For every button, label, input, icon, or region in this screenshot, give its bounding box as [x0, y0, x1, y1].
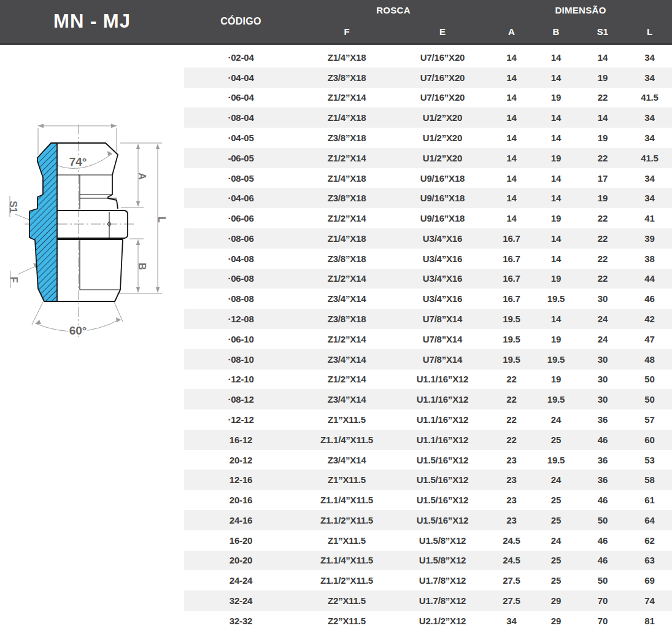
- cell-dim-l: 42: [627, 314, 672, 324]
- cell-rosca-f: Z1/2”X14: [298, 153, 396, 163]
- hatched-section: [29, 143, 57, 301]
- label-dim-s1: S1: [8, 201, 18, 213]
- cell-dim-b: 19.5: [534, 293, 578, 304]
- table-row: ·08-12 Z3/4”X14 U1.1/16”X12 22 19.5 30 5…: [184, 389, 672, 409]
- cell-dim-s1: 70: [578, 616, 627, 626]
- cell-dim-a: 23: [489, 495, 534, 505]
- cell-rosca-e: U9/16”X18: [396, 193, 489, 203]
- cell-dim-b: 29: [534, 595, 578, 606]
- table-row: ·02-04 Z1/4”X18 U7/16”X20 14 14 14 34: [184, 47, 672, 68]
- cell-dim-s1: 14: [578, 52, 627, 63]
- cell-rosca-f: Z3/8”X18: [298, 72, 396, 83]
- label-74-degrees: 74°: [69, 155, 87, 168]
- cell-dim-s1: 24: [578, 334, 627, 344]
- cell-rosca-f: Z3/8”X18: [298, 254, 396, 264]
- cell-dim-s1: 22: [578, 153, 627, 163]
- cell-dim-l: 53: [627, 455, 672, 465]
- cell-codigo: ·04-06: [184, 193, 298, 203]
- cell-dim-a: 23: [489, 515, 534, 525]
- cell-codigo: 20-12: [184, 455, 298, 465]
- cell-rosca-f: Z2”X11.5: [298, 616, 396, 626]
- column-header-e: E: [396, 20, 489, 43]
- column-group-rosca: ROSCA F E: [298, 0, 489, 43]
- cell-rosca-e: U3/4”X16: [396, 233, 489, 244]
- cell-rosca-e: U1.1/16”X12: [396, 374, 489, 384]
- table-row: ·04-06 Z3/8”X18 U9/16”X18 14 14 19 34: [184, 188, 672, 208]
- column-group-dimensao-label: DIMENSÃO: [489, 0, 672, 20]
- cell-rosca-f: Z1/2”X14: [298, 374, 396, 384]
- label-dim-b: B: [137, 263, 147, 270]
- cell-dim-l: 34: [627, 173, 672, 184]
- cell-rosca-f: Z1/4”X18: [298, 112, 396, 123]
- column-header-l: L: [627, 20, 672, 43]
- cell-rosca-f: Z1/2”X14: [298, 213, 396, 223]
- cell-codigo: ·08-05: [184, 173, 298, 184]
- cell-dim-l: 60: [627, 435, 672, 445]
- table-row: 24-16 Z1.1/2”X11.5 U1.5/16”X12 23 25 50 …: [184, 510, 672, 530]
- label-60-degrees: 60°: [69, 324, 87, 337]
- cell-dim-s1: 19: [578, 133, 627, 143]
- cell-dim-a: 27.5: [489, 595, 534, 606]
- table-row: 20-16 Z1.1/4”X11.5 U1.5/16”X12 23 25 46 …: [184, 490, 672, 510]
- cell-rosca-e: U7/16”X20: [396, 92, 489, 103]
- cell-dim-a: 14: [489, 213, 534, 223]
- cell-rosca-f: Z1/2”X14: [298, 92, 396, 103]
- cell-dim-b: 14: [534, 112, 578, 123]
- cell-dim-s1: 22: [578, 92, 627, 103]
- cell-dim-b: 25: [534, 515, 578, 525]
- cell-dim-a: 19.5: [489, 334, 534, 344]
- cell-dim-b: 29: [534, 616, 578, 626]
- table-row: ·08-06 Z1/4”X18 U3/4”X16 16.7 14 22 39: [184, 228, 672, 249]
- table-row: ·04-04 Z3/8”X18 U7/16”X20 14 14 19 34: [184, 68, 672, 88]
- cell-dim-l: 41.5: [627, 92, 672, 103]
- cell-rosca-f: Z2”X11.5: [298, 595, 396, 606]
- fitting-section-drawing: 74° 60° A B L S1 F: [0, 117, 179, 343]
- cell-rosca-f: Z1.1/4”X11.5: [298, 435, 396, 445]
- cell-dim-l: 34: [627, 193, 672, 203]
- table-row: -06-05 Z1/2”X14 U1/2”X20 14 19 22 41.5: [184, 148, 672, 168]
- cell-codigo: ·12-10: [184, 374, 298, 384]
- cell-dim-a: 22: [489, 394, 534, 405]
- cell-dim-l: 39: [627, 233, 672, 244]
- cell-dim-s1: 30: [578, 374, 627, 384]
- cell-dim-a: 14: [489, 52, 534, 63]
- table-row: ·04-05 Z3/8”X18 U1/2”X20 14 14 19 34: [184, 128, 672, 148]
- cell-codigo: 32-32: [184, 616, 298, 626]
- cell-dim-a: 19.5: [489, 354, 534, 365]
- cell-codigo: ·08-12: [184, 394, 298, 405]
- rosca-subheaders: F E: [298, 20, 489, 43]
- table-row: ·12-12 Z1”X11.5 U1.1/16”X12 22 24 36 57: [184, 409, 672, 430]
- cell-dim-l: 57: [627, 414, 672, 425]
- cell-dim-a: 14: [489, 92, 534, 103]
- column-header-b: B: [534, 20, 578, 43]
- cell-codigo: ·08-04: [184, 112, 298, 123]
- table-row: ·06-06 Z1/2”X14 U9/16”X18 14 19 22 41: [184, 208, 672, 228]
- table-row: ·04-08 Z3/8”X18 U3/4”X16 16.7 14 22 38: [184, 249, 672, 269]
- cell-dim-s1: 36: [578, 474, 627, 485]
- cell-dim-s1: 30: [578, 394, 627, 405]
- cell-codigo: 20-16: [184, 495, 298, 505]
- cell-dim-a: 27.5: [489, 575, 534, 586]
- table-row: ·12-10 Z1/2”X14 U1.1/16”X12 22 19 30 50: [184, 370, 672, 390]
- cell-dim-l: 34: [627, 52, 672, 63]
- cell-dim-s1: 30: [578, 354, 627, 365]
- cell-dim-l: 58: [627, 474, 672, 485]
- cell-dim-s1: 19: [578, 72, 627, 83]
- table-row: 20-12 Z3/4”X14 U1.5/16”X12 23 19.5 36 53: [184, 450, 672, 470]
- cell-dim-l: 69: [627, 575, 672, 586]
- cell-codigo: 24-16: [184, 515, 298, 525]
- table-row: ·06-10 Z1/2”X14 U7/8”X14 19.5 19 24 47: [184, 329, 672, 349]
- cell-dim-s1: 19: [578, 193, 627, 203]
- cell-dim-s1: 36: [578, 455, 627, 465]
- cell-dim-b: 19: [534, 153, 578, 163]
- cell-codigo: -06-05: [184, 153, 298, 163]
- cell-dim-a: 22: [489, 374, 534, 384]
- cell-rosca-e: U2.1/2”X12: [396, 616, 489, 626]
- cell-dim-s1: 70: [578, 595, 627, 606]
- cell-dim-s1: 50: [578, 515, 627, 525]
- cell-dim-a: 24.5: [489, 535, 534, 546]
- cell-rosca-f: Z3/8”X18: [298, 133, 396, 143]
- table-row: ·06-04 Z1/2”X14 U7/16”X20 14 19 22 41.5: [184, 88, 672, 108]
- cell-dim-a: 24.5: [489, 555, 534, 565]
- cell-dim-l: 48: [627, 354, 672, 365]
